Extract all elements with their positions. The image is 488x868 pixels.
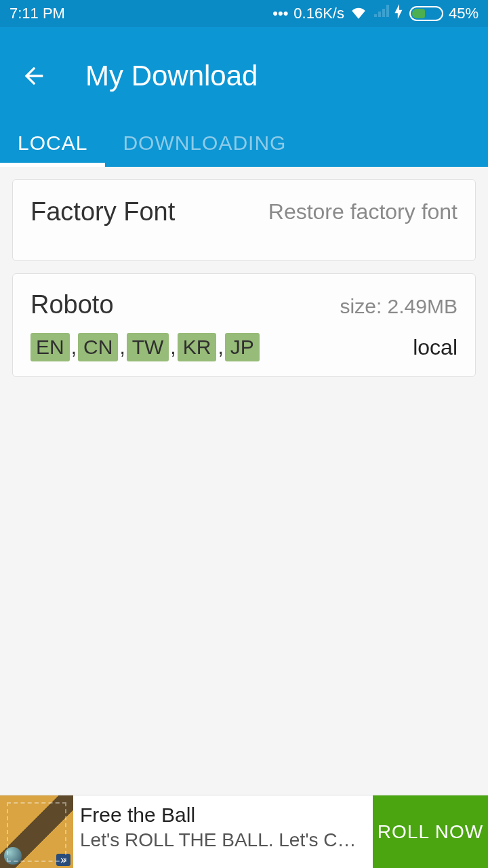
font-name: Roboto <box>30 290 114 319</box>
lang-tag-cn: CN <box>78 333 118 361</box>
restore-factory-font-link[interactable]: Restore factory font <box>268 199 458 224</box>
page-title: My Download <box>85 60 258 92</box>
net-speed: 0.16K/s <box>293 5 344 22</box>
back-button[interactable] <box>20 62 47 90</box>
ad-banner[interactable]: » Free the Ball Let's ROLL THE BALL. Let… <box>0 795 488 868</box>
lang-tag-tw: TW <box>127 333 169 361</box>
font-card-roboto[interactable]: Roboto size: 2.49MB EN, CN, TW, KR, JP l… <box>12 273 476 377</box>
wifi-icon <box>350 4 367 23</box>
status-bar: 7:11 PM ••• 0.16K/s 45% <box>0 0 488 27</box>
lang-tag-jp: JP <box>225 333 260 361</box>
ad-text: Free the Ball Let's ROLL THE BALL. Let's… <box>73 795 373 868</box>
ad-image: » <box>0 795 73 868</box>
lang-tag-en: EN <box>30 333 70 361</box>
charging-icon <box>394 4 404 23</box>
cell-signal-icon <box>373 5 389 22</box>
ad-title: Free the Ball <box>80 804 366 827</box>
status-right: ••• 0.16K/s 45% <box>272 4 479 23</box>
content-area: Factory Font Restore factory font Roboto… <box>0 167 488 868</box>
app-bar: My Download LOCAL DOWNLOADING <box>0 27 488 167</box>
more-icon: ••• <box>272 5 288 22</box>
tab-downloading[interactable]: DOWNLOADING <box>105 119 304 167</box>
factory-font-card[interactable]: Factory Font Restore factory font <box>12 179 476 261</box>
ad-cta-button[interactable]: ROLL NOW <box>373 795 488 868</box>
battery-icon <box>409 6 443 21</box>
status-time: 7:11 PM <box>9 5 272 22</box>
tabs: LOCAL DOWNLOADING <box>0 119 488 167</box>
ad-description: Let's ROLL THE BALL. Let's CRUSH T… <box>80 829 366 851</box>
ad-expand-icon[interactable]: » <box>56 854 70 866</box>
font-size-label: size: 2.49MB <box>340 295 458 318</box>
battery-percent: 45% <box>449 5 479 22</box>
factory-font-title: Factory Font <box>30 197 175 226</box>
tab-local[interactable]: LOCAL <box>0 119 105 167</box>
lang-tag-kr: KR <box>178 333 217 361</box>
font-status: local <box>413 335 458 360</box>
language-tags: EN, CN, TW, KR, JP <box>30 333 260 361</box>
